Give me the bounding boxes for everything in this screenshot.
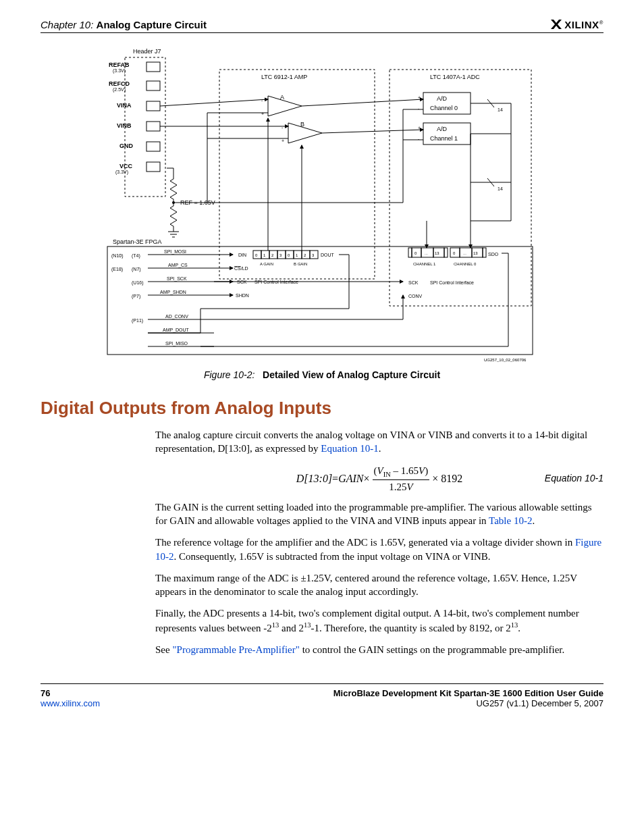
svg-text:UG257_10_02_060706: UG257_10_02_060706 (484, 358, 527, 362)
svg-text:13: 13 (435, 251, 439, 255)
svg-text:AD_CONV: AD_CONV (165, 314, 188, 319)
svg-line-39 (302, 99, 423, 106)
svg-text:0: 0 (288, 253, 290, 257)
svg-rect-11 (146, 122, 160, 131)
svg-rect-9 (146, 101, 160, 111)
svg-text:(N10): (N10) (111, 253, 124, 259)
link-equation-10-1[interactable]: Equation 10-1 (321, 443, 378, 454)
svg-text:A: A (280, 94, 284, 101)
svg-text:(2.5V): (2.5V) (113, 87, 126, 93)
svg-text:-: - (261, 98, 263, 103)
svg-text:+: + (261, 111, 264, 116)
body-content: The analog capture circuit converts the … (155, 428, 603, 656)
svg-text:CHANNEL 1: CHANNEL 1 (413, 262, 436, 266)
paragraph-2: The GAIN is the current setting loaded i… (155, 500, 603, 528)
svg-text:0: 0 (453, 251, 456, 255)
figure-diagram: text { font-family: Arial, Helvetica, sa… (106, 45, 538, 363)
figure-label: Figure 10-2: (204, 369, 254, 380)
svg-text:SPI_MOSI: SPI_MOSI (164, 249, 186, 255)
svg-text:13: 13 (473, 251, 478, 255)
svg-rect-4 (146, 62, 160, 72)
svg-text:SPI Control Interface: SPI Control Interface (430, 280, 474, 285)
svg-text:(U16): (U16) (132, 280, 144, 286)
svg-text:REFAB: REFAB (109, 61, 130, 68)
svg-text:CS/LD: CS/LD (234, 266, 248, 271)
equation-label: Equation 10-1 (545, 472, 603, 485)
svg-text:A GAIN: A GAIN (260, 262, 273, 266)
svg-text:2: 2 (304, 253, 306, 257)
svg-rect-19 (390, 70, 531, 306)
svg-text:SPI_SCK: SPI_SCK (167, 276, 187, 282)
svg-text:3: 3 (312, 253, 315, 257)
svg-text:(P7): (P7) (132, 294, 140, 299)
svg-rect-7 (146, 81, 160, 90)
svg-text:Header J7: Header J7 (133, 48, 161, 55)
svg-text:Channel 0: Channel 0 (430, 105, 458, 111)
svg-text:AMP_CS: AMP_CS (168, 263, 188, 268)
svg-text:DOUT: DOUT (321, 253, 335, 257)
section-heading: Digital Outputs from Analog Inputs (41, 398, 603, 419)
svg-text:VINA: VINA (117, 102, 132, 109)
svg-text:(P11): (P11) (132, 318, 143, 323)
svg-text:(3.3V): (3.3V) (115, 170, 128, 175)
chapter-label: Chapter 10: (41, 19, 93, 30)
svg-text:(E18): (E18) (111, 267, 123, 272)
svg-text:Spartan-3E FPGA: Spartan-3E FPGA (113, 238, 162, 245)
svg-text:(3.3V): (3.3V) (113, 68, 126, 74)
equation-10-1: D[13:0] = GAIN × (VIN – 1.65V) 1.25V × 8… (155, 464, 603, 494)
svg-text:AMP_DOUT: AMP_DOUT (163, 328, 190, 333)
svg-text:GND: GND (119, 142, 134, 149)
svg-line-40 (322, 130, 423, 133)
svg-text:AMP_SHDN: AMP_SHDN (160, 290, 186, 295)
svg-text:B GAIN: B GAIN (294, 262, 307, 266)
page-header: Chapter 10: Analog Capture Circuit XILIN… (41, 19, 603, 33)
svg-text:14: 14 (498, 107, 503, 112)
svg-text:SCK: SCK (408, 280, 419, 285)
svg-text:1: 1 (263, 253, 266, 257)
svg-line-27 (160, 99, 268, 106)
link-programmable-preamp[interactable]: "Programmable Pre-Amplifier" (172, 644, 299, 655)
svg-text:...: ... (425, 251, 428, 255)
svg-text:A/D: A/D (437, 95, 448, 102)
registered-mark: ® (599, 20, 603, 26)
chapter-title: Chapter 10: Analog Capture Circuit (41, 19, 207, 30)
svg-text:LTC 1407A-1 ADC: LTC 1407A-1 ADC (430, 74, 480, 80)
svg-text:3: 3 (279, 253, 282, 257)
svg-text:LTC 6912-1 AMP: LTC 6912-1 AMP (261, 74, 307, 80)
logo-text: XILINX (564, 19, 599, 30)
footer-url[interactable]: www.xilinx.com (41, 698, 100, 708)
paragraph-3: The reference voltage for the amplifier … (155, 536, 603, 563)
svg-text:(T4): (T4) (132, 253, 140, 259)
svg-text:SHDN: SHDN (236, 293, 249, 298)
svg-text:VINB: VINB (117, 122, 132, 129)
svg-text:CHANNEL 0: CHANNEL 0 (454, 262, 477, 266)
svg-text:2: 2 (271, 253, 274, 257)
svg-text:VCC: VCC (119, 163, 133, 170)
paragraph-5: Finally, the ADC presents a 14-bit, two'… (155, 606, 603, 635)
svg-rect-16 (146, 162, 160, 172)
page-footer: 76 www.xilinx.com MicroBlaze Development… (41, 683, 603, 708)
link-table-10-2[interactable]: Table 10-2 (489, 515, 532, 526)
svg-text:B: B (300, 121, 304, 128)
paragraph-1: The analog capture circuit converts the … (155, 428, 603, 456)
svg-text:0: 0 (255, 253, 258, 257)
svg-text:SPI_MISO: SPI_MISO (165, 341, 188, 346)
svg-text:-: - (418, 106, 420, 111)
svg-rect-129 (408, 248, 412, 257)
paragraph-6: See "Programmable Pre-Amplifier" to cont… (155, 643, 603, 656)
page-number: 76 (41, 688, 100, 698)
svg-rect-136 (444, 248, 448, 257)
svg-text:DIN: DIN (238, 253, 246, 257)
svg-text:A/D: A/D (437, 126, 448, 132)
doc-title: MicroBlaze Development Kit Spartan-3E 16… (333, 688, 603, 698)
svg-text:SDO: SDO (488, 252, 499, 257)
svg-text:0: 0 (414, 251, 417, 255)
svg-text:-: - (281, 125, 284, 130)
svg-text:Channel 1: Channel 1 (430, 135, 458, 142)
paragraph-4: The maximum range of the ADC is ±1.25V, … (155, 571, 603, 599)
doc-revision: UG257 (v1.1) December 5, 2007 (333, 698, 603, 708)
svg-text:(N7): (N7) (132, 267, 141, 272)
svg-text:CONV: CONV (408, 294, 423, 298)
figure-caption-text: Detailed View of Analog Capture Circuit (263, 369, 440, 380)
svg-rect-13 (146, 142, 160, 151)
